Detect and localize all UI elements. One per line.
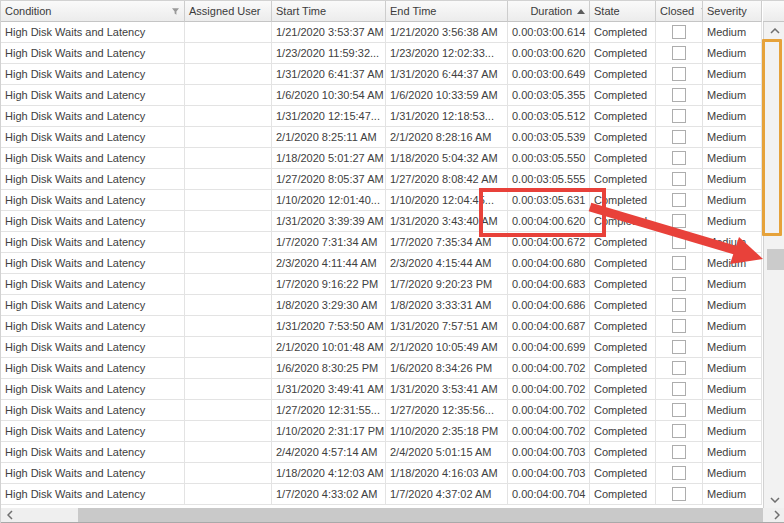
column-header-start-time[interactable]: Start Time (272, 1, 386, 22)
closed-checkbox[interactable] (672, 403, 686, 417)
table-row[interactable]: High Disk Waits and Latency1/31/2020 7:5… (1, 316, 763, 337)
cell-severity: Medium (703, 379, 762, 400)
scroll-up-button[interactable] (765, 22, 784, 39)
table-row[interactable]: High Disk Waits and Latency1/27/2020 12:… (1, 400, 763, 421)
closed-checkbox[interactable] (672, 487, 686, 501)
cell-condition: High Disk Waits and Latency (1, 211, 185, 232)
closed-checkbox[interactable] (672, 67, 686, 81)
table-row[interactable]: High Disk Waits and Latency1/18/2020 4:1… (1, 463, 763, 484)
column-header-duration[interactable]: Duration (508, 1, 590, 22)
table-row[interactable]: High Disk Waits and Latency2/1/2020 10:0… (1, 337, 763, 358)
sort-ascending-icon (577, 9, 585, 14)
cell-state: Completed (590, 358, 656, 379)
table-row[interactable]: High Disk Waits and Latency1/7/2020 4:33… (1, 484, 763, 505)
cell-closed (656, 463, 703, 484)
cell-start-time: 1/31/2020 6:41:37 AM (272, 64, 386, 85)
column-header-severity[interactable]: Severity (703, 1, 762, 22)
closed-checkbox[interactable] (672, 361, 686, 375)
closed-checkbox[interactable] (672, 340, 686, 354)
closed-checkbox[interactable] (672, 445, 686, 459)
table-row[interactable]: High Disk Waits and Latency1/10/2020 12:… (1, 190, 763, 211)
scroll-right-button[interactable] (768, 508, 784, 522)
closed-checkbox[interactable] (672, 88, 686, 102)
cell-end-time: 1/31/2020 12:18:53... (386, 106, 508, 127)
table-row[interactable]: High Disk Waits and Latency1/10/2020 2:3… (1, 421, 763, 442)
cell-assigned-user (185, 211, 272, 232)
cell-severity: Medium (703, 484, 762, 505)
closed-checkbox[interactable] (672, 319, 686, 333)
column-header-label: Start Time (276, 5, 326, 17)
table-row[interactable]: High Disk Waits and Latency1/6/2020 8:30… (1, 358, 763, 379)
cell-closed (656, 127, 703, 148)
table-row[interactable]: High Disk Waits and Latency1/7/2020 7:31… (1, 232, 763, 253)
vertical-scrollbar-thumb[interactable] (767, 249, 784, 270)
table-row[interactable]: High Disk Waits and Latency2/1/2020 8:25… (1, 127, 763, 148)
closed-checkbox[interactable] (672, 466, 686, 480)
closed-checkbox[interactable] (672, 298, 686, 312)
column-header-condition[interactable]: Condition (1, 1, 185, 22)
cell-severity: Medium (703, 421, 762, 442)
horizontal-scrollbar-thumb[interactable] (78, 508, 763, 522)
cell-duration: 0.00:03:05.355 (508, 85, 590, 106)
closed-checkbox[interactable] (672, 382, 686, 396)
table-row[interactable]: High Disk Waits and Latency1/31/2020 3:4… (1, 379, 763, 400)
table-row[interactable]: High Disk Waits and Latency1/31/2020 6:4… (1, 64, 763, 85)
closed-checkbox[interactable] (672, 214, 686, 228)
table-row[interactable]: High Disk Waits and Latency1/18/2020 5:0… (1, 148, 763, 169)
table-row[interactable]: High Disk Waits and Latency1/8/2020 3:29… (1, 295, 763, 316)
table-row[interactable]: High Disk Waits and Latency1/31/2020 3:3… (1, 211, 763, 232)
cell-end-time: 1/7/2020 9:20:23 PM (386, 274, 508, 295)
column-header-closed[interactable]: Closed (656, 1, 703, 22)
table-row[interactable]: High Disk Waits and Latency1/27/2020 8:0… (1, 169, 763, 190)
closed-checkbox[interactable] (672, 172, 686, 186)
cell-end-time: 2/1/2020 8:28:16 AM (386, 127, 508, 148)
table-row[interactable]: High Disk Waits and Latency1/21/2020 3:5… (1, 22, 763, 43)
cell-duration: 0.00:03:05.555 (508, 169, 590, 190)
table-row[interactable]: High Disk Waits and Latency1/7/2020 9:16… (1, 274, 763, 295)
cell-start-time: 2/3/2020 4:11:44 AM (272, 253, 386, 274)
table-row[interactable]: High Disk Waits and Latency1/23/2020 11:… (1, 43, 763, 64)
cell-start-time: 1/7/2020 4:33:02 AM (272, 484, 386, 505)
cell-condition: High Disk Waits and Latency (1, 43, 185, 64)
cell-severity: Medium (703, 148, 762, 169)
cell-closed (656, 379, 703, 400)
filter-button-condition[interactable] (171, 7, 180, 16)
cell-state: Completed (590, 379, 656, 400)
filter-funnel-icon (171, 7, 180, 16)
cell-end-time: 1/27/2020 8:08:42 AM (386, 169, 508, 190)
table-row[interactable]: High Disk Waits and Latency1/6/2020 10:3… (1, 85, 763, 106)
closed-checkbox[interactable] (672, 109, 686, 123)
cell-condition: High Disk Waits and Latency (1, 169, 185, 190)
scroll-left-button[interactable] (1, 508, 18, 522)
closed-checkbox[interactable] (672, 256, 686, 270)
closed-checkbox[interactable] (672, 424, 686, 438)
closed-checkbox[interactable] (672, 193, 686, 207)
closed-checkbox[interactable] (672, 46, 686, 60)
closed-checkbox[interactable] (672, 277, 686, 291)
cell-start-time: 2/4/2020 4:57:14 AM (272, 442, 386, 463)
column-header-state[interactable]: State (590, 1, 656, 22)
cell-state: Completed (590, 85, 656, 106)
cell-duration: 0.00:04:00.680 (508, 253, 590, 274)
column-header-label: Assigned User (189, 5, 261, 17)
column-header-assigned-user[interactable]: Assigned User (185, 1, 272, 22)
cell-start-time: 1/7/2020 7:31:34 AM (272, 232, 386, 253)
scroll-down-button[interactable] (765, 491, 784, 508)
cell-state: Completed (590, 295, 656, 316)
cell-closed (656, 148, 703, 169)
table-row[interactable]: High Disk Waits and Latency2/3/2020 4:11… (1, 253, 763, 274)
cell-duration: 0.00:03:00.614 (508, 22, 590, 43)
table-row[interactable]: High Disk Waits and Latency1/31/2020 12:… (1, 106, 763, 127)
closed-checkbox[interactable] (672, 25, 686, 39)
closed-checkbox[interactable] (672, 151, 686, 165)
incident-grid: ConditionAssigned UserStart TimeEnd Time… (0, 0, 784, 523)
table-row[interactable]: High Disk Waits and Latency2/4/2020 4:57… (1, 442, 763, 463)
cell-condition: High Disk Waits and Latency (1, 421, 185, 442)
column-header-end-time[interactable]: End Time (386, 1, 508, 22)
closed-checkbox[interactable] (672, 130, 686, 144)
column-header-label: Duration (530, 5, 572, 17)
horizontal-scrollbar[interactable] (1, 508, 784, 522)
cell-assigned-user (185, 484, 272, 505)
cell-start-time: 1/31/2020 12:15:47... (272, 106, 386, 127)
closed-checkbox[interactable] (672, 235, 686, 249)
